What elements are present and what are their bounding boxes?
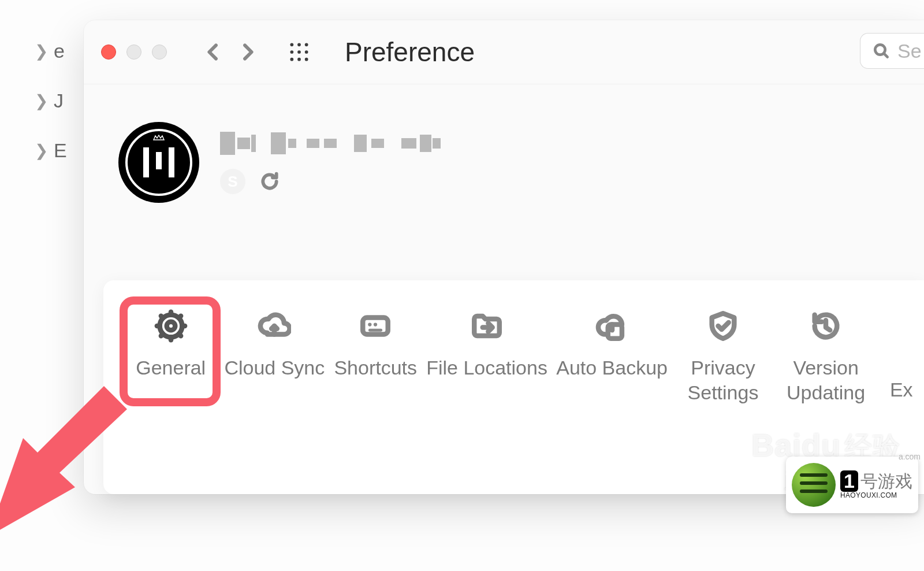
close-button[interactable]: [101, 45, 116, 60]
svg-point-6: [290, 58, 293, 61]
tab-version-updating[interactable]: Version Updating: [773, 303, 879, 410]
sidebar-item-initial: e: [54, 40, 65, 62]
window-titlebar: Preference Se: [84, 20, 924, 84]
account-info: S: [220, 131, 441, 194]
backup-icon: [595, 309, 629, 343]
sidebar-item-initial: J: [54, 90, 64, 112]
nav-forward-button[interactable]: [236, 40, 259, 64]
svg-point-14: [374, 322, 377, 326]
sidebar-row[interactable]: ❯ J: [0, 77, 75, 124]
plan-badge: S: [220, 169, 245, 194]
window-title: Preference: [345, 36, 475, 68]
site-logo-icon: [792, 463, 836, 507]
tab-general[interactable]: General: [121, 303, 221, 386]
apps-grid-icon[interactable]: [288, 41, 310, 63]
site-badge: a.com 1 号游戏 HAOYOUXI.COM: [786, 457, 918, 513]
svg-point-2: [305, 43, 308, 46]
folder-arrow-icon: [470, 309, 504, 343]
chevron-right-icon: ❯: [35, 42, 48, 61]
tab-label: Shortcuts: [334, 355, 417, 380]
chevron-right-icon: ❯: [35, 141, 48, 160]
keyboard-icon: [359, 309, 392, 343]
zoom-button[interactable]: [152, 45, 167, 60]
minimize-button[interactable]: [126, 45, 141, 60]
svg-point-0: [290, 43, 293, 46]
paw-icon: [702, 431, 742, 459]
tab-auto-backup[interactable]: Auto Backup: [551, 303, 673, 386]
tab-cloud-sync[interactable]: Cloud Sync: [221, 303, 328, 386]
preference-window: Preference Se: [84, 20, 924, 494]
tab-shortcuts[interactable]: Shortcuts: [328, 303, 423, 386]
sidebar-fragment: ❯ e ❯ J ❯ E: [0, 0, 75, 571]
svg-point-4: [297, 50, 301, 54]
svg-point-8: [305, 58, 308, 61]
tab-label: Cloud Sync: [224, 355, 325, 380]
search-icon: [872, 42, 891, 60]
cloud-sync-icon: [258, 309, 291, 343]
sidebar-row[interactable]: ❯ E: [0, 127, 75, 173]
svg-point-1: [297, 43, 301, 46]
history-icon: [809, 309, 843, 343]
svg-point-3: [290, 50, 293, 54]
sidebar-row[interactable]: ❯ e: [0, 28, 75, 74]
tab-label: Ex: [890, 377, 913, 402]
shield-check-icon: [706, 309, 740, 343]
tab-label: File Locations: [426, 355, 547, 380]
search-input[interactable]: Se: [860, 33, 924, 69]
nav-buttons: [202, 40, 259, 64]
tab-label: Privacy Settings: [688, 355, 759, 405]
tab-privacy-settings[interactable]: Privacy Settings: [673, 303, 773, 410]
tab-label: Auto Backup: [556, 355, 668, 380]
account-section: S: [84, 84, 924, 226]
refresh-button[interactable]: [258, 170, 281, 193]
svg-point-7: [297, 58, 301, 61]
gear-icon: [154, 309, 188, 343]
svg-point-11: [166, 322, 175, 331]
nav-back-button[interactable]: [202, 40, 225, 64]
chevron-right-icon: ❯: [35, 91, 48, 110]
svg-point-13: [368, 322, 371, 326]
search-placeholder: Se: [897, 40, 922, 62]
sidebar-item-initial: E: [54, 139, 67, 162]
tab-file-locations[interactable]: File Locations: [423, 303, 551, 386]
avatar[interactable]: [118, 122, 199, 203]
svg-point-5: [305, 50, 308, 54]
tab-extra[interactable]: Ex: [879, 303, 924, 407]
tab-label: Version Updating: [787, 355, 865, 405]
svg-rect-15: [368, 329, 382, 332]
account-name-redacted: [220, 131, 441, 156]
window-traffic-lights: [101, 45, 167, 60]
tab-label: General: [136, 355, 206, 380]
